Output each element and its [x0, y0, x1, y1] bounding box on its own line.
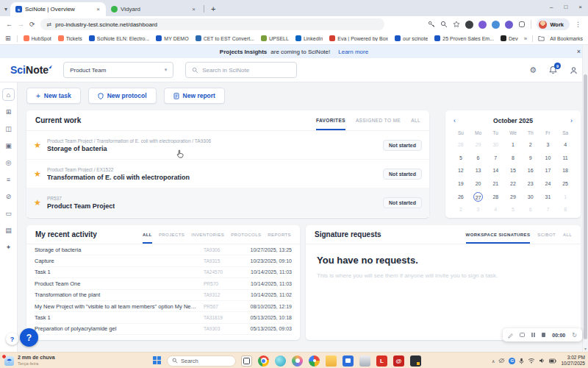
calendar-day[interactable]: 8: [556, 203, 574, 216]
bookmark-item[interactable]: Eva | Powered by Box: [329, 35, 388, 41]
bookmark-item[interactable]: LinkedIn: [295, 35, 323, 41]
sidebar-item-academy[interactable]: ▤: [2, 224, 15, 236]
new-task-button[interactable]: + New task: [26, 88, 81, 104]
taskbar-chrome-icon[interactable]: [258, 355, 269, 367]
user-profile-icon[interactable]: [570, 66, 578, 74]
wifi-icon[interactable]: [528, 358, 535, 364]
calendar-day[interactable]: 7: [487, 152, 504, 165]
tab[interactable]: ASSIGNED TO ME: [356, 110, 401, 130]
extension-purple-icon[interactable]: [505, 21, 513, 29]
calendar-day[interactable]: 31: [539, 190, 557, 203]
calendar-day[interactable]: 28: [487, 190, 504, 203]
recorder-stop-icon[interactable]: [542, 333, 546, 337]
calendar-day[interactable]: 16: [522, 164, 539, 177]
bookmark-item[interactable]: DevOps tickets: [501, 35, 518, 41]
window-minimize-button[interactable]: –: [550, 4, 553, 10]
tab[interactable]: WORKSPACE SIGNATURES: [466, 226, 531, 244]
learn-more-link[interactable]: Learn more: [338, 49, 368, 55]
notifications-bell-icon[interactable]: 9: [549, 66, 557, 74]
sidebar-item-inventories[interactable]: ▣: [2, 139, 15, 152]
zoom-icon[interactable]: [440, 21, 448, 28]
tab[interactable]: PROTOCOLS: [231, 226, 261, 244]
taskbar-explorer-icon[interactable]: [326, 355, 337, 367]
calendar-day[interactable]: 2: [452, 203, 470, 216]
microphone-icon[interactable]: [519, 358, 524, 364]
extension-avatar-icon[interactable]: [465, 21, 473, 29]
bookmark-item[interactable]: CET to EST Convert...: [196, 35, 254, 41]
profile-button[interactable]: Work: [537, 18, 570, 30]
tab[interactable]: FAVORITES: [316, 110, 345, 130]
extension-recorder-icon[interactable]: [478, 21, 487, 29]
activity-name[interactable]: My New Project with "visible to all team…: [35, 303, 204, 310]
tab[interactable]: SCIBOT: [537, 226, 556, 244]
sidebar-item-projects[interactable]: ⊞: [2, 105, 15, 118]
recorder-pen-icon[interactable]: [508, 328, 513, 342]
bookmark-star-icon[interactable]: [453, 21, 460, 28]
bookmark-item[interactable]: UPSELL: [261, 35, 289, 41]
sidebar-item-activities[interactable]: ⊘: [2, 190, 15, 202]
new-report-button[interactable]: New report: [164, 88, 225, 104]
calendar-day[interactable]: 3: [470, 203, 487, 216]
sidebar-item-ai-assistant[interactable]: ✦: [2, 241, 15, 253]
calendar-day[interactable]: 22: [504, 177, 522, 191]
address-bar[interactable]: ⇄ pro-industry-test.scinote.net/dashboar…: [40, 18, 384, 30]
tab-close-icon[interactable]: ×: [96, 6, 101, 13]
calendar-day[interactable]: 26: [452, 190, 470, 203]
tab-close-icon[interactable]: ×: [191, 6, 196, 13]
bookmark-item[interactable]: Tickets: [58, 35, 82, 41]
calendar-day[interactable]: 1: [504, 138, 522, 152]
browser-tab-vidyard[interactable]: Vidyard ×: [106, 2, 201, 16]
extensions-puzzle-icon[interactable]: [518, 21, 526, 28]
taskbar-snip-icon[interactable]: [359, 355, 370, 367]
sidebar-item-dashboard[interactable]: ⌂: [2, 88, 15, 101]
calendar-day[interactable]: 27: [470, 190, 487, 203]
settings-gear-icon[interactable]: ⚙: [529, 66, 537, 75]
help-bubble-small[interactable]: ?: [6, 333, 18, 345]
tab[interactable]: REPORTS: [268, 226, 291, 244]
recorder-shape-icon[interactable]: [520, 333, 525, 337]
new-protocol-button[interactable]: New protocol: [88, 88, 157, 104]
new-tab-button[interactable]: +: [211, 4, 215, 13]
sidebar-item-experiments[interactable]: ◫: [2, 122, 15, 135]
calendar-day[interactable]: 11: [556, 152, 574, 165]
current-work-item[interactable]: ★ Product Team Project / EX1522 Transfor…: [26, 160, 429, 188]
calendar-next-icon[interactable]: ›: [569, 117, 574, 124]
taskbar-access-icon[interactable]: @: [393, 355, 404, 367]
tab[interactable]: INVENTORIES: [191, 226, 224, 244]
taskbar-pinwheel-icon[interactable]: [309, 355, 320, 367]
calendar-day[interactable]: 15: [504, 164, 522, 177]
taskbar-loom-icon[interactable]: L: [376, 355, 387, 367]
calendar-day[interactable]: 6: [522, 203, 539, 216]
taskbar-store-icon[interactable]: [343, 355, 354, 367]
calendar-day[interactable]: 19: [452, 177, 470, 191]
forward-button[interactable]: →: [18, 21, 24, 28]
calendar-day[interactable]: 12: [452, 164, 470, 177]
scrollbar-thumb[interactable]: [584, 74, 587, 339]
calendar-day[interactable]: 4: [487, 203, 504, 216]
tab[interactable]: ALL: [563, 226, 572, 244]
calendar-day[interactable]: 20: [470, 177, 487, 191]
team-selector[interactable]: Product Team ▾: [63, 62, 173, 78]
sidebar-item-protocols[interactable]: ◎: [2, 156, 15, 169]
activity-row[interactable]: Preparation of polyacrylamide gel TA9303…: [35, 324, 292, 335]
window-close-button[interactable]: ×: [578, 4, 582, 10]
bookmark-item[interactable]: MY DEMO: [156, 35, 188, 41]
calendar-day[interactable]: 25: [556, 177, 574, 191]
weather-widget[interactable]: ☂ 2 mm de chuva Terça-feira: [4, 353, 55, 368]
window-maximize-button[interactable]: □: [564, 4, 567, 10]
taskbar-copilot-icon[interactable]: [292, 355, 303, 367]
recorder-restart-icon[interactable]: ↻: [572, 332, 577, 339]
bookmark-item[interactable]: HubSpot: [24, 35, 51, 41]
activity-name[interactable]: Transformation of the plant: [35, 291, 204, 298]
calendar-day[interactable]: 5: [452, 152, 470, 165]
calendar-day[interactable]: 28: [452, 138, 470, 152]
calendar-day[interactable]: 13: [470, 164, 487, 177]
current-work-item[interactable]: ★ PR537 Product Team Project Not started: [26, 188, 429, 217]
tab-search-icon[interactable]: ▾: [4, 6, 7, 13]
sidebar-item-label-templates[interactable]: ▭: [2, 207, 15, 219]
calendar-day[interactable]: 24: [539, 177, 557, 191]
recorder-pause-icon[interactable]: [531, 333, 535, 337]
browser-menu-icon[interactable]: ⋮: [575, 21, 582, 28]
tab[interactable]: ALL: [143, 226, 152, 244]
sidebar-item-reports[interactable]: ≡: [2, 173, 15, 185]
